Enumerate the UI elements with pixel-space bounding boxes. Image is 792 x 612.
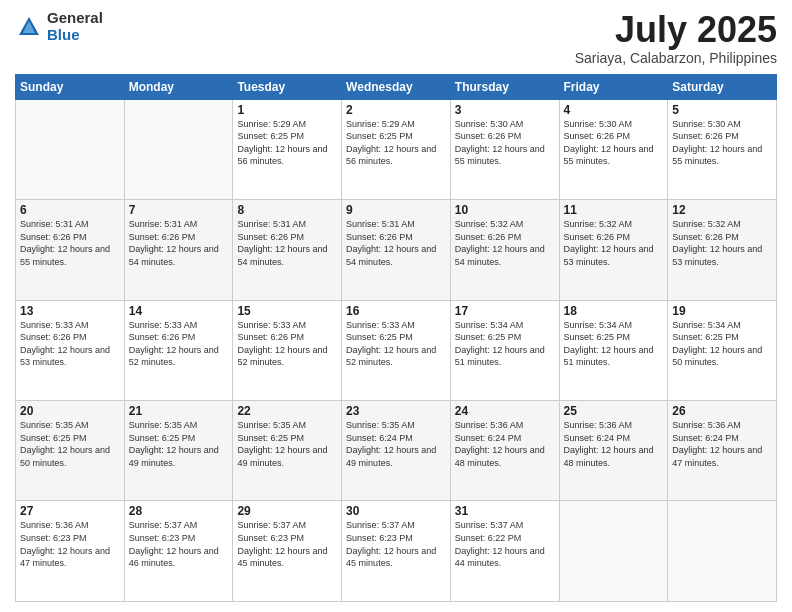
calendar-cell: 17Sunrise: 5:34 AM Sunset: 6:25 PM Dayli… <box>450 300 559 400</box>
day-info: Sunrise: 5:36 AM Sunset: 6:23 PM Dayligh… <box>20 519 120 569</box>
day-number: 2 <box>346 103 446 117</box>
day-number: 13 <box>20 304 120 318</box>
logo-icon <box>15 13 43 41</box>
day-info: Sunrise: 5:34 AM Sunset: 6:25 PM Dayligh… <box>455 319 555 369</box>
header: General Blue July 2025 Sariaya, Calabarz… <box>15 10 777 66</box>
calendar-cell: 3Sunrise: 5:30 AM Sunset: 6:26 PM Daylig… <box>450 99 559 199</box>
calendar-cell: 13Sunrise: 5:33 AM Sunset: 6:26 PM Dayli… <box>16 300 125 400</box>
day-info: Sunrise: 5:32 AM Sunset: 6:26 PM Dayligh… <box>455 218 555 268</box>
calendar-cell: 9Sunrise: 5:31 AM Sunset: 6:26 PM Daylig… <box>342 200 451 300</box>
calendar-cell: 5Sunrise: 5:30 AM Sunset: 6:26 PM Daylig… <box>668 99 777 199</box>
calendar-cell: 29Sunrise: 5:37 AM Sunset: 6:23 PM Dayli… <box>233 501 342 602</box>
day-number: 29 <box>237 504 337 518</box>
day-number: 1 <box>237 103 337 117</box>
calendar-week-3: 13Sunrise: 5:33 AM Sunset: 6:26 PM Dayli… <box>16 300 777 400</box>
calendar-cell: 2Sunrise: 5:29 AM Sunset: 6:25 PM Daylig… <box>342 99 451 199</box>
day-info: Sunrise: 5:30 AM Sunset: 6:26 PM Dayligh… <box>455 118 555 168</box>
day-info: Sunrise: 5:37 AM Sunset: 6:23 PM Dayligh… <box>237 519 337 569</box>
day-number: 14 <box>129 304 229 318</box>
day-number: 22 <box>237 404 337 418</box>
day-number: 9 <box>346 203 446 217</box>
logo: General Blue <box>15 10 103 43</box>
col-thursday: Thursday <box>450 74 559 99</box>
day-info: Sunrise: 5:35 AM Sunset: 6:24 PM Dayligh… <box>346 419 446 469</box>
logo-general: General <box>47 10 103 27</box>
calendar-header-row: Sunday Monday Tuesday Wednesday Thursday… <box>16 74 777 99</box>
day-info: Sunrise: 5:29 AM Sunset: 6:25 PM Dayligh… <box>237 118 337 168</box>
col-monday: Monday <box>124 74 233 99</box>
day-info: Sunrise: 5:37 AM Sunset: 6:22 PM Dayligh… <box>455 519 555 569</box>
calendar-cell: 24Sunrise: 5:36 AM Sunset: 6:24 PM Dayli… <box>450 401 559 501</box>
page: General Blue July 2025 Sariaya, Calabarz… <box>0 0 792 612</box>
day-number: 24 <box>455 404 555 418</box>
day-info: Sunrise: 5:33 AM Sunset: 6:25 PM Dayligh… <box>346 319 446 369</box>
title-location: Sariaya, Calabarzon, Philippines <box>575 50 777 66</box>
logo-text: General Blue <box>47 10 103 43</box>
calendar-cell: 11Sunrise: 5:32 AM Sunset: 6:26 PM Dayli… <box>559 200 668 300</box>
calendar-cell <box>559 501 668 602</box>
calendar-cell: 4Sunrise: 5:30 AM Sunset: 6:26 PM Daylig… <box>559 99 668 199</box>
calendar-cell: 31Sunrise: 5:37 AM Sunset: 6:22 PM Dayli… <box>450 501 559 602</box>
day-number: 3 <box>455 103 555 117</box>
day-info: Sunrise: 5:31 AM Sunset: 6:26 PM Dayligh… <box>20 218 120 268</box>
day-info: Sunrise: 5:36 AM Sunset: 6:24 PM Dayligh… <box>672 419 772 469</box>
day-info: Sunrise: 5:35 AM Sunset: 6:25 PM Dayligh… <box>20 419 120 469</box>
calendar-cell: 6Sunrise: 5:31 AM Sunset: 6:26 PM Daylig… <box>16 200 125 300</box>
day-info: Sunrise: 5:37 AM Sunset: 6:23 PM Dayligh… <box>129 519 229 569</box>
day-info: Sunrise: 5:33 AM Sunset: 6:26 PM Dayligh… <box>129 319 229 369</box>
day-info: Sunrise: 5:32 AM Sunset: 6:26 PM Dayligh… <box>672 218 772 268</box>
day-number: 31 <box>455 504 555 518</box>
day-number: 19 <box>672 304 772 318</box>
calendar-cell: 15Sunrise: 5:33 AM Sunset: 6:26 PM Dayli… <box>233 300 342 400</box>
day-number: 25 <box>564 404 664 418</box>
calendar-cell: 23Sunrise: 5:35 AM Sunset: 6:24 PM Dayli… <box>342 401 451 501</box>
calendar-cell <box>668 501 777 602</box>
calendar-cell: 16Sunrise: 5:33 AM Sunset: 6:25 PM Dayli… <box>342 300 451 400</box>
calendar-cell: 28Sunrise: 5:37 AM Sunset: 6:23 PM Dayli… <box>124 501 233 602</box>
col-wednesday: Wednesday <box>342 74 451 99</box>
calendar-cell: 18Sunrise: 5:34 AM Sunset: 6:25 PM Dayli… <box>559 300 668 400</box>
day-number: 28 <box>129 504 229 518</box>
day-number: 10 <box>455 203 555 217</box>
day-number: 20 <box>20 404 120 418</box>
calendar-week-2: 6Sunrise: 5:31 AM Sunset: 6:26 PM Daylig… <box>16 200 777 300</box>
calendar-cell: 20Sunrise: 5:35 AM Sunset: 6:25 PM Dayli… <box>16 401 125 501</box>
day-number: 26 <box>672 404 772 418</box>
col-sunday: Sunday <box>16 74 125 99</box>
calendar-week-5: 27Sunrise: 5:36 AM Sunset: 6:23 PM Dayli… <box>16 501 777 602</box>
day-info: Sunrise: 5:29 AM Sunset: 6:25 PM Dayligh… <box>346 118 446 168</box>
day-number: 6 <box>20 203 120 217</box>
calendar-cell: 26Sunrise: 5:36 AM Sunset: 6:24 PM Dayli… <box>668 401 777 501</box>
day-number: 16 <box>346 304 446 318</box>
logo-blue: Blue <box>47 27 103 44</box>
day-info: Sunrise: 5:34 AM Sunset: 6:25 PM Dayligh… <box>564 319 664 369</box>
day-number: 15 <box>237 304 337 318</box>
calendar-cell: 7Sunrise: 5:31 AM Sunset: 6:26 PM Daylig… <box>124 200 233 300</box>
calendar-cell: 8Sunrise: 5:31 AM Sunset: 6:26 PM Daylig… <box>233 200 342 300</box>
calendar-week-1: 1Sunrise: 5:29 AM Sunset: 6:25 PM Daylig… <box>16 99 777 199</box>
calendar-cell: 14Sunrise: 5:33 AM Sunset: 6:26 PM Dayli… <box>124 300 233 400</box>
col-saturday: Saturday <box>668 74 777 99</box>
day-info: Sunrise: 5:36 AM Sunset: 6:24 PM Dayligh… <box>455 419 555 469</box>
col-tuesday: Tuesday <box>233 74 342 99</box>
day-info: Sunrise: 5:35 AM Sunset: 6:25 PM Dayligh… <box>129 419 229 469</box>
day-number: 18 <box>564 304 664 318</box>
calendar-cell: 22Sunrise: 5:35 AM Sunset: 6:25 PM Dayli… <box>233 401 342 501</box>
day-number: 21 <box>129 404 229 418</box>
day-number: 23 <box>346 404 446 418</box>
calendar-cell: 10Sunrise: 5:32 AM Sunset: 6:26 PM Dayli… <box>450 200 559 300</box>
day-info: Sunrise: 5:31 AM Sunset: 6:26 PM Dayligh… <box>346 218 446 268</box>
day-info: Sunrise: 5:35 AM Sunset: 6:25 PM Dayligh… <box>237 419 337 469</box>
calendar-cell <box>16 99 125 199</box>
day-info: Sunrise: 5:34 AM Sunset: 6:25 PM Dayligh… <box>672 319 772 369</box>
day-info: Sunrise: 5:33 AM Sunset: 6:26 PM Dayligh… <box>20 319 120 369</box>
calendar-cell: 1Sunrise: 5:29 AM Sunset: 6:25 PM Daylig… <box>233 99 342 199</box>
calendar-cell: 25Sunrise: 5:36 AM Sunset: 6:24 PM Dayli… <box>559 401 668 501</box>
calendar-cell: 21Sunrise: 5:35 AM Sunset: 6:25 PM Dayli… <box>124 401 233 501</box>
day-info: Sunrise: 5:31 AM Sunset: 6:26 PM Dayligh… <box>237 218 337 268</box>
day-info: Sunrise: 5:30 AM Sunset: 6:26 PM Dayligh… <box>672 118 772 168</box>
day-info: Sunrise: 5:31 AM Sunset: 6:26 PM Dayligh… <box>129 218 229 268</box>
day-number: 12 <box>672 203 772 217</box>
calendar-week-4: 20Sunrise: 5:35 AM Sunset: 6:25 PM Dayli… <box>16 401 777 501</box>
calendar-cell: 12Sunrise: 5:32 AM Sunset: 6:26 PM Dayli… <box>668 200 777 300</box>
